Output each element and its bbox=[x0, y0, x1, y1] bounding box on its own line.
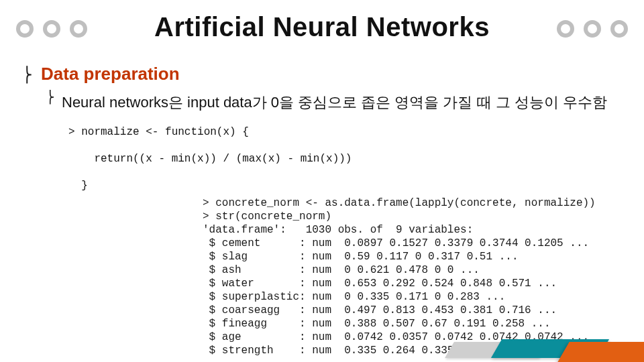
section-heading-row: ⎬ Data preparation bbox=[21, 64, 623, 84]
deco-parallelogram-orange bbox=[557, 342, 644, 362]
section-heading: Data preparation bbox=[41, 64, 180, 84]
ring-icon bbox=[70, 20, 87, 38]
bullet-icon: ⎬ bbox=[46, 91, 55, 103]
slide-body: ⎬ Data preparation ⎬ Neural networks은 in… bbox=[0, 42, 644, 357]
code-block-normalize: > normalize <- function(x) { return((x -… bbox=[68, 125, 623, 192]
subpoint-text: Neural networks은 input data가 0을 중심으로 좁은 … bbox=[62, 91, 607, 113]
r-output-block: > concrete_norm <- as.data.frame(lapply(… bbox=[203, 196, 623, 357]
subpoint-row: ⎬ Neural networks은 input data가 0을 중심으로 좁… bbox=[46, 91, 623, 113]
decorative-rings-right bbox=[557, 20, 628, 38]
ring-icon bbox=[584, 20, 601, 38]
ring-icon bbox=[43, 20, 60, 38]
decorative-rings-left bbox=[16, 20, 87, 38]
footer-decoration bbox=[376, 335, 644, 362]
slide-title: Artificial Neural Networks bbox=[154, 12, 490, 42]
ring-icon bbox=[557, 20, 574, 38]
slide-header: Artificial Neural Networks bbox=[0, 0, 644, 42]
ring-icon bbox=[16, 20, 34, 38]
bullet-icon: ⎬ bbox=[21, 68, 33, 82]
ring-icon bbox=[610, 20, 628, 38]
